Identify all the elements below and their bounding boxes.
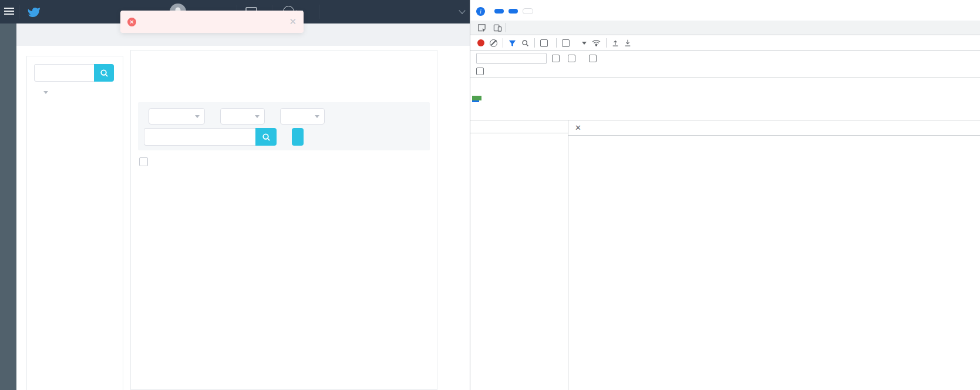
checkbox[interactable] [552,55,560,62]
requests-name-header[interactable] [470,120,568,133]
requests-table [470,120,568,390]
hamburger-menu-icon[interactable] [4,8,14,16]
has-blocked-cookies-checkbox[interactable] [589,55,600,62]
platform-chevron-down-icon[interactable] [459,7,465,14]
error-icon: ✕ [127,18,136,26]
cms-application: ✕ ✕ [0,0,470,390]
chevron-down-icon [255,115,260,120]
checkbox[interactable] [589,55,597,62]
chevron-down-icon [195,115,200,120]
disable-cache-checkbox[interactable] [562,39,572,47]
close-details-icon[interactable]: ✕ [570,123,587,132]
third-party-checkbox[interactable] [476,68,484,75]
filter-row-search [144,128,304,146]
column-search-input[interactable] [34,64,94,82]
advanced-search-button[interactable] [292,128,304,146]
header-divider [19,5,20,19]
column-sidebar [26,56,123,390]
title-search-button[interactable] [255,128,277,146]
always-match-language-button[interactable] [494,9,504,14]
search-icon [100,69,109,78]
checkbox[interactable] [562,39,570,47]
sort-select[interactable] [149,108,205,125]
type-select[interactable] [280,108,325,125]
timeline-green-bar [472,96,481,100]
network-overview-timeline[interactable] [470,78,980,120]
bulk-action-bar [139,157,162,166]
checkbox[interactable] [540,39,548,47]
info-icon: i [476,7,485,16]
device-toolbar-icon[interactable] [490,23,506,32]
network-filter-row [470,51,980,66]
export-har-icon[interactable] [624,39,631,46]
chevron-down-icon [43,91,48,96]
search-icon[interactable] [521,39,529,47]
chrome-devtools: i [470,0,980,390]
status-select[interactable] [220,108,265,125]
column-tree-header [34,90,116,95]
record-network-log-button[interactable] [477,39,484,46]
request-detail-tabs: ✕ [568,120,980,136]
error-toast: ✕ ✕ [120,11,304,33]
invert-checkbox[interactable] [552,55,563,62]
chevron-down-icon [315,115,319,120]
hide-data-urls-checkbox[interactable] [568,55,578,62]
main-nav-rail [0,23,16,390]
json-preview [568,136,980,139]
network-filter-input[interactable] [476,53,547,64]
column-search [34,64,116,82]
filter-row-selects [144,108,325,125]
preserve-log-checkbox[interactable] [540,39,551,47]
select-all-checkbox[interactable] [139,157,148,166]
app-logo-bird-icon[interactable] [28,5,42,19]
devtools-tabbar [470,21,980,35]
screenshot-stage: ✕ ✕ i [0,0,980,390]
toolbar-divider [606,38,607,48]
network-toolbar [470,36,980,51]
column-search-button[interactable] [94,64,114,82]
inspect-element-icon[interactable] [474,23,490,32]
content-panel [130,50,437,390]
toolbar-divider [503,38,503,48]
request-details-pane: ✕ [568,120,980,390]
timeline-blue-bar [472,100,479,102]
header-divider [319,5,320,19]
chevron-down-icon [582,42,587,47]
devtools-language-banner: i [470,3,980,19]
switch-to-chinese-button[interactable] [508,9,518,14]
clear-network-log-icon[interactable] [490,39,497,47]
checkbox[interactable] [568,55,575,62]
toolbar-divider [556,38,557,48]
toast-close-icon[interactable]: ✕ [289,16,297,27]
search-icon [262,133,271,142]
network-conditions-icon[interactable] [592,39,601,46]
third-party-row [470,66,980,77]
throttling-select[interactable] [578,41,587,46]
title-search-input[interactable] [144,128,255,146]
toolbar-divider [506,23,506,32]
import-har-icon[interactable] [612,39,619,46]
filter-funnel-icon[interactable] [508,39,516,47]
dont-show-again-button[interactable] [523,8,533,14]
filter-panel [138,102,430,150]
toolbar-divider [534,38,535,48]
